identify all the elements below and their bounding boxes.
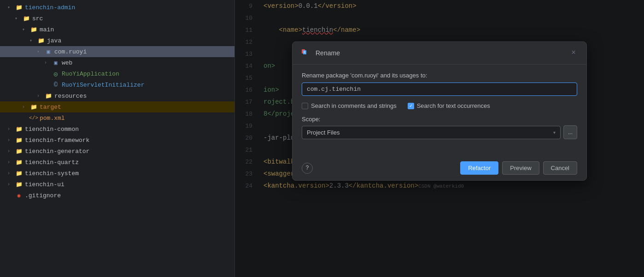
checkbox-checked-icon: ✓ xyxy=(408,103,414,109)
arrow-icon xyxy=(22,105,29,110)
cancel-button[interactable]: Cancel xyxy=(543,161,577,175)
sidebar-item-ruoyi-servlet[interactable]: © RuoYiServletInitializer xyxy=(0,79,234,90)
rename-input[interactable] xyxy=(302,83,577,96)
arrow-icon xyxy=(29,38,37,43)
sidebar-item-web[interactable]: ▣ web xyxy=(0,57,234,68)
sidebar-item-label: tienchin-system xyxy=(25,170,79,177)
checkbox-unchecked-icon xyxy=(302,103,308,109)
dialog-footer: ? Refactor Preview Cancel xyxy=(293,156,586,180)
modal-overlay: R Rename × Rename package 'com.ruoyi' an… xyxy=(235,0,644,277)
scope-select[interactable]: Project Files ▾ xyxy=(302,126,561,139)
sidebar-item-label: tienchin-generator xyxy=(25,148,89,155)
sidebar-item-label: RuoYiApplication xyxy=(62,71,119,77)
sidebar-item-label: tienchin-quartz xyxy=(25,159,79,166)
sidebar-item-ruoyi-application[interactable]: ◎ RuoYiApplication xyxy=(0,68,234,79)
dialog-description: Rename package 'com.ruoyi' and its usage… xyxy=(302,72,577,79)
arrow-icon xyxy=(7,171,15,176)
class-icon: © xyxy=(52,81,60,89)
sidebar-item-label: resources xyxy=(54,93,87,100)
sidebar-item-gitignore[interactable]: ◉ .gitignore xyxy=(0,190,234,201)
arrow-icon xyxy=(7,149,15,154)
sidebar-item-tienchin-generator[interactable]: 📁 tienchin-generator xyxy=(0,146,234,157)
scope-more-button[interactable]: ... xyxy=(563,125,577,139)
package-icon: ▣ xyxy=(44,47,53,56)
folder-icon: 📁 xyxy=(15,3,23,12)
scope-dropdown: Project Files ▾ ... xyxy=(302,125,577,139)
sidebar-item-label: tienchin-common xyxy=(25,126,79,133)
sidebar-item-tienchin-system[interactable]: 📁 tienchin-system xyxy=(0,168,234,179)
sidebar-item-label: main xyxy=(40,26,54,33)
package-icon: ▣ xyxy=(52,59,60,67)
sidebar-item-src[interactable]: 📁 src xyxy=(0,13,234,24)
folder-icon: 📁 xyxy=(44,92,53,100)
arrow-icon xyxy=(7,182,15,187)
folder-icon: 📁 xyxy=(29,25,38,34)
search-text-occurrences-checkbox[interactable]: ✓ Search for text occurrences xyxy=(408,102,490,109)
help-button[interactable]: ? xyxy=(302,163,313,174)
folder-icon: 📁 xyxy=(15,147,23,155)
xml-icon: </> xyxy=(29,114,38,122)
sidebar-item-main[interactable]: 📁 main xyxy=(0,24,234,35)
arrow-icon xyxy=(7,5,15,10)
sidebar-item-resources[interactable]: 📁 resources xyxy=(0,90,234,101)
sidebar-item-tienchin-ui[interactable]: 📁 tienchin-ui xyxy=(0,179,234,190)
arrow-icon xyxy=(7,127,15,132)
sidebar-item-target[interactable]: 📁 target xyxy=(0,101,234,112)
sidebar-item-tienchin-admin[interactable]: 📁 tienchin-admin xyxy=(0,2,234,13)
sidebar-item-label: tienchin-framework xyxy=(25,137,89,144)
scope-label-text: Scope: xyxy=(302,116,320,123)
arrow-icon xyxy=(15,16,22,21)
rename-dialog: R Rename × Rename package 'com.ruoyi' an… xyxy=(292,41,587,181)
sidebar-item-label: .gitignore xyxy=(25,192,61,199)
chevron-down-icon: ▾ xyxy=(553,130,556,135)
dialog-checkboxes: Search in comments and strings ✓ Search … xyxy=(302,102,577,109)
sidebar-item-label: src xyxy=(32,15,43,22)
checkbox1-label: Search in comments and strings xyxy=(311,102,397,109)
arrow-icon xyxy=(44,60,52,65)
close-button[interactable]: × xyxy=(568,47,579,59)
sidebar-item-label: com.ruoyi xyxy=(54,48,87,55)
code-editor: 9 <version>0.0.1</version> 10 11 <name>t… xyxy=(235,0,644,277)
arrow-icon xyxy=(37,49,44,54)
sidebar-item-java[interactable]: 📁 java xyxy=(0,35,234,46)
git-icon: ◉ xyxy=(15,191,23,200)
preview-button[interactable]: Preview xyxy=(502,161,539,175)
sidebar-item-tienchin-common[interactable]: 📁 tienchin-common xyxy=(0,124,234,135)
search-in-comments-checkbox[interactable]: Search in comments and strings xyxy=(302,102,397,109)
sidebar-item-label: target xyxy=(40,104,61,111)
folder-icon: 📁 xyxy=(15,169,23,177)
arrow-icon xyxy=(7,160,15,165)
folder-icon: 📁 xyxy=(15,180,23,189)
arrow-icon xyxy=(37,94,44,99)
sidebar-item-label: tienchin-ui xyxy=(25,181,64,188)
scope-value: Project Files xyxy=(307,129,340,136)
rename-dialog-icon: R xyxy=(300,47,311,59)
sidebar-item-label: RuoYiServletInitializer xyxy=(62,82,144,88)
sidebar-item-label: java xyxy=(47,37,61,44)
folder-icon: 📁 xyxy=(15,136,23,144)
sidebar-item-label: tienchin-admin xyxy=(25,4,75,11)
sidebar-item-tienchin-quartz[interactable]: 📁 tienchin-quartz xyxy=(0,157,234,168)
sidebar-item-tienchin-framework[interactable]: 📁 tienchin-framework xyxy=(0,135,234,146)
folder-icon: 📁 xyxy=(22,14,30,23)
refactor-button[interactable]: Refactor xyxy=(460,161,498,175)
arrow-icon xyxy=(22,27,29,32)
checkbox2-label: Search for text occurrences xyxy=(417,102,490,109)
sidebar-item-com-ruoyi[interactable]: ▣ com.ruoyi xyxy=(0,46,234,57)
sidebar-item-label: pom.xml xyxy=(40,115,65,122)
class-icon: ◎ xyxy=(52,70,60,78)
dialog-title: Rename xyxy=(316,49,568,57)
sidebar-item-pom-xml[interactable]: </> pom.xml xyxy=(0,112,234,124)
folder-icon: 📁 xyxy=(15,158,23,166)
file-tree: 📁 tienchin-admin 📁 src 📁 main 📁 java ▣ c… xyxy=(0,0,235,277)
folder-icon: 📁 xyxy=(37,36,45,45)
dialog-body: Rename package 'com.ruoyi' and its usage… xyxy=(293,65,586,156)
folder-icon: 📁 xyxy=(29,103,38,111)
sidebar-item-label: web xyxy=(62,59,72,66)
arrow-icon xyxy=(7,138,15,143)
scope-label: Scope: xyxy=(302,116,577,123)
folder-icon: 📁 xyxy=(15,125,23,133)
dialog-header: R Rename × xyxy=(293,42,586,65)
